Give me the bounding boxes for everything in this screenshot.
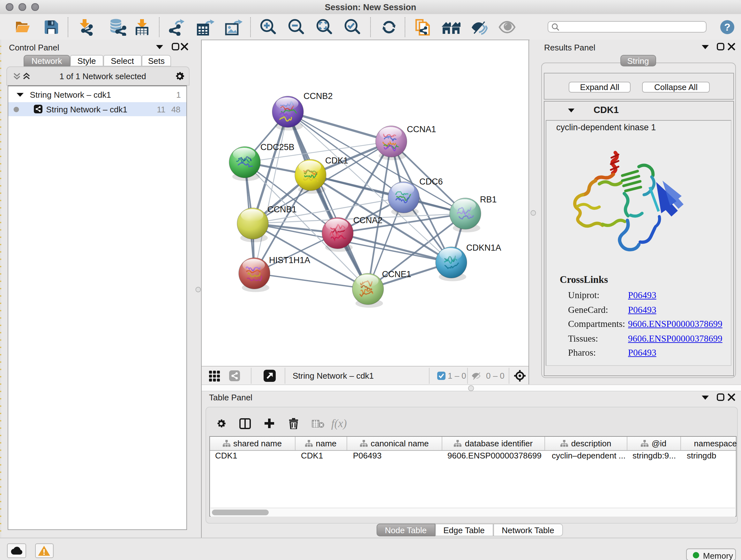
svg-text:CDC6: CDC6 xyxy=(419,177,443,186)
svg-text:?: ? xyxy=(724,21,731,33)
svg-text:CCNE1: CCNE1 xyxy=(382,269,411,279)
svg-text:CCNA2: CCNA2 xyxy=(353,215,382,225)
svg-text:CCNB1: CCNB1 xyxy=(267,205,296,214)
svg-text:CCNB2: CCNB2 xyxy=(303,91,333,101)
svg-text:HIST1H1A: HIST1H1A xyxy=(269,255,310,265)
svg-text:CDK1: CDK1 xyxy=(325,156,348,165)
svg-text:CCNA1: CCNA1 xyxy=(407,125,436,134)
svg-text:CDKN1A: CDKN1A xyxy=(466,243,501,253)
svg-text:CDC25B: CDC25B xyxy=(260,142,294,152)
svg-text:RB1: RB1 xyxy=(480,195,496,204)
